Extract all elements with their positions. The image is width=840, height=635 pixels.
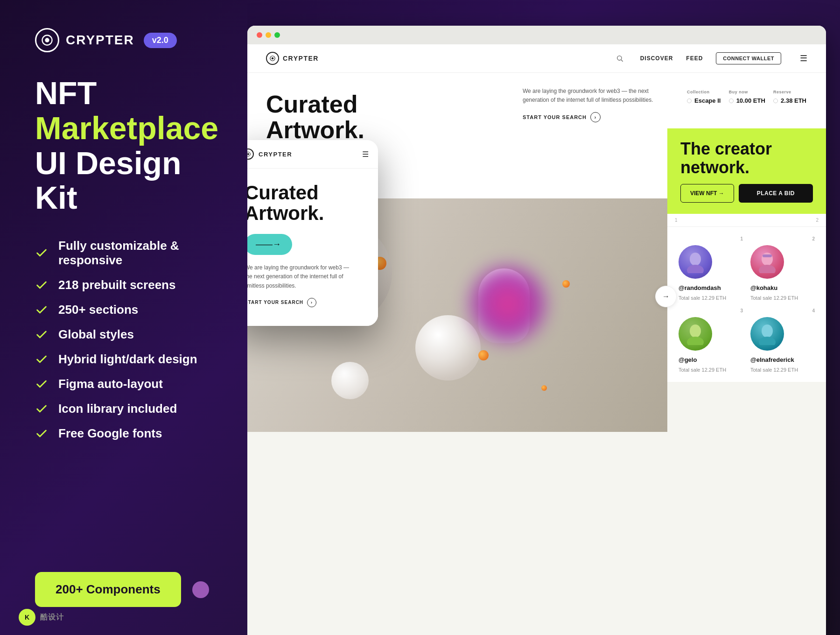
- start-search-cta[interactable]: START YOUR SEARCH ›: [523, 112, 653, 122]
- version-badge: v2.0: [144, 33, 177, 48]
- mobile-menu-icon[interactable]: ☰: [362, 150, 369, 159]
- headline-line2: UI Design Kit: [35, 146, 222, 216]
- lime-section: The creatornetwork. VIEW NFT → PLACE A B…: [667, 128, 826, 214]
- brand-name: CRYPTER: [66, 33, 134, 48]
- hamburger-icon[interactable]: ☰: [800, 53, 807, 64]
- right-panel: CRYPTER DISCOVER FEED CONNECT WALLET ☰: [247, 0, 840, 635]
- cta-button[interactable]: 200+ Components: [35, 572, 181, 607]
- check-icon-5: [35, 353, 48, 366]
- svg-point-16: [247, 153, 249, 155]
- collection-value: Escape II: [694, 97, 721, 104]
- field-circle-3: [773, 99, 778, 103]
- feature-item-6: Figma auto-layout: [35, 377, 222, 391]
- hero-right: We are laying the groundwork for web3 — …: [518, 73, 667, 198]
- start-search-text: START YOUR SEARCH: [523, 114, 587, 120]
- avatar-gelo-img: [679, 317, 712, 351]
- watermark: K 酷设计: [19, 609, 64, 626]
- site-logo: CRYPTER: [266, 52, 319, 65]
- mobile-start-search[interactable]: START YOUR SEARCH ›: [247, 298, 367, 317]
- creator-handle-2: @kohaku: [750, 284, 777, 291]
- watermark-icon: K: [19, 609, 35, 626]
- check-icon-6: [35, 378, 48, 391]
- check-icon-3: [35, 303, 48, 317]
- site-navbar: CRYPTER DISCOVER FEED CONNECT WALLET ☰: [247, 44, 826, 73]
- orange-ball-2: [562, 280, 570, 288]
- creator-item-4: 4 @elnafrederick: [750, 308, 815, 373]
- mobile-description: We are laying the groundwork for web3 —t…: [247, 263, 367, 290]
- buy-now-value-row: 10.00 ETH: [729, 97, 765, 104]
- svg-point-9: [759, 265, 776, 273]
- creator-handle-4: @elnafrederick: [750, 356, 794, 363]
- orange-ball-1: [478, 350, 489, 360]
- check-icon-1: [35, 247, 48, 260]
- creator-sale-1: Total sale 12.29 ETH: [679, 295, 726, 301]
- feature-item-3: 250+ sections: [35, 303, 222, 317]
- browser-content: CRYPTER DISCOVER FEED CONNECT WALLET ☰: [247, 44, 826, 633]
- feature-text-7: Icon library included: [58, 402, 177, 416]
- creator-sale-3: Total sale 12.29 ETH: [679, 367, 726, 373]
- headline-nft: NFT: [35, 75, 97, 111]
- place-bid-button[interactable]: PLACE A BID: [739, 184, 813, 203]
- browser-dot-green: [274, 32, 280, 38]
- headline-line1: NFT Marketplace: [35, 76, 222, 146]
- creator-network-title: The creatornetwork.: [680, 140, 813, 176]
- feature-text-3: 250+ sections: [58, 303, 138, 317]
- feature-item-1: Fully customizable & responsive: [35, 239, 222, 268]
- nav-feed[interactable]: FEED: [686, 55, 703, 62]
- svg-rect-10: [763, 254, 772, 257]
- features-list: Fully customizable & responsive 218 preb…: [35, 239, 222, 441]
- site-logo-icon: [266, 52, 279, 65]
- collection-value-row: Escape II: [687, 97, 721, 104]
- check-icon-7: [35, 402, 48, 416]
- creator-sale-4: Total sale 12.29 ETH: [750, 367, 798, 373]
- mobile-start-search-text: START YOUR SEARCH: [247, 300, 303, 305]
- avatar-elna-img: [750, 317, 784, 351]
- view-nft-button[interactable]: VIEW NFT →: [680, 184, 734, 203]
- action-buttons: VIEW NFT → PLACE A BID: [680, 184, 813, 203]
- mobile-arrow-icon: ——→: [256, 240, 281, 249]
- brand-logo-icon: [35, 28, 59, 52]
- feature-text-2: 218 prebuilt screens: [58, 278, 175, 292]
- browser-dot-yellow: [266, 32, 271, 38]
- creator-avatar-1: [679, 245, 712, 279]
- cylinder-shape: [478, 268, 530, 343]
- nav-discover[interactable]: DISCOVER: [640, 55, 673, 62]
- mobile-search-circle-icon: ›: [307, 298, 316, 307]
- creator-item-2: 2: [750, 236, 815, 301]
- nav-right-arrow-button[interactable]: →: [655, 286, 677, 307]
- svg-point-14: [759, 337, 776, 345]
- connect-wallet-button[interactable]: CONNECT WALLET: [716, 52, 781, 64]
- watermark-text: 酷设计: [40, 613, 64, 622]
- avatar-randomdash-img: [679, 245, 712, 279]
- creators-section: 1 @randomdash: [667, 227, 826, 382]
- sphere-small: [331, 362, 369, 399]
- buy-now-field: Buy now 10.00 ETH: [729, 90, 765, 104]
- search-icon[interactable]: [613, 52, 626, 65]
- feature-text-8: Free Google fonts: [58, 426, 162, 441]
- feature-text-6: Figma auto-layout: [58, 377, 163, 391]
- cta-row: 200+ Components: [35, 572, 222, 607]
- creator-avatar-4: [750, 317, 784, 351]
- collection-card: Collection Escape II Buy now: [679, 82, 815, 112]
- reserve-value-row: 2.38 ETH: [773, 97, 806, 104]
- search-circle-icon: ›: [590, 112, 601, 122]
- mobile-arrow-button[interactable]: ——→: [247, 234, 292, 255]
- field-circle-1: [687, 99, 692, 103]
- svg-line-5: [621, 60, 623, 62]
- creator-num-1: 1: [740, 236, 743, 241]
- svg-point-12: [687, 337, 704, 345]
- slide-num-1: 1: [675, 218, 678, 223]
- mobile-navbar: CRYPTER ☰: [247, 140, 378, 169]
- creator-avatar-2: [750, 245, 784, 279]
- check-icon-8: [35, 427, 48, 440]
- reserve-label: Reserve: [773, 90, 806, 94]
- creator-num-3: 3: [740, 308, 743, 313]
- sphere-medium: [415, 315, 481, 381]
- mobile-logo-icon: [247, 148, 254, 160]
- mobile-mockup: CRYPTER ☰ CuratedArtwork. ——→ We are lay…: [247, 140, 378, 326]
- headline-marketplace: Marketplace: [35, 110, 218, 146]
- mobile-logo-text: CRYPTER: [259, 151, 292, 158]
- feature-item-2: 218 prebuilt screens: [35, 278, 222, 292]
- mobile-hero: CuratedArtwork. ——→ We are laying the gr…: [247, 169, 378, 326]
- svg-point-13: [762, 325, 773, 338]
